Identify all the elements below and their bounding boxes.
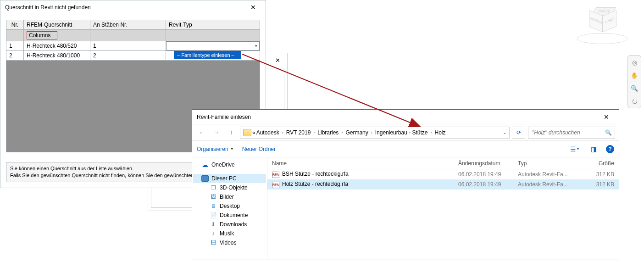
close-button[interactable]: ✕ <box>245 3 261 12</box>
search-input[interactable]: 🔍 <box>528 127 615 139</box>
file-list: Name Änderungsdatum Typ Größe RFABSH Stü… <box>267 157 619 260</box>
search-icon: 🔍 <box>605 129 612 136</box>
col-stab[interactable]: An Stäben Nr. <box>90 20 166 30</box>
tree-documents[interactable]: 📄Dokumente <box>193 211 266 220</box>
chevron-down-icon[interactable]: ⌄ <box>503 130 506 135</box>
close-button[interactable]: ✕ <box>597 111 616 123</box>
picture-icon: 🖼 <box>210 194 217 200</box>
file-row[interactable]: RFABSH Stütze - rechteckig.rfa 06.02.201… <box>267 169 619 179</box>
organize-menu[interactable]: Organisieren ▼ <box>197 146 234 152</box>
view-options-button[interactable]: ☰▾ <box>567 144 581 154</box>
folder-tree[interactable]: ☁ OneDrive Dieser PC ❒3D-Objekte 🖼Bilder… <box>192 157 267 260</box>
steering-wheel-icon[interactable]: ◎ <box>629 57 640 67</box>
new-folder-button[interactable]: Neuer Ordner <box>242 146 276 152</box>
col-rfem[interactable]: RFEM-Querschnitt <box>24 20 90 30</box>
group-label: Columns <box>27 31 57 39</box>
dialog-titlebar: Querschnitt in Revit nicht gefunden ✕ <box>0 0 266 14</box>
folder-icon <box>243 129 251 136</box>
revit-type-select[interactable]: ▾ <box>166 41 260 50</box>
rfa-file-icon: RFA <box>272 172 279 178</box>
tree-pictures[interactable]: 🖼Bilder <box>193 192 266 201</box>
tree-this-pc[interactable]: Dieser PC <box>193 174 266 183</box>
pc-icon <box>201 175 209 182</box>
tree-desktop[interactable]: 🖥Desktop <box>193 201 266 211</box>
col-nr[interactable]: Nr. <box>6 20 24 30</box>
rfa-file-icon: RFA <box>272 182 279 188</box>
file-list-header[interactable]: Name Änderungsdatum Typ Größe <box>267 157 619 169</box>
tree-videos[interactable]: 🎞Videos <box>193 238 266 247</box>
desktop-icon: 🖥 <box>210 203 217 209</box>
tree-onedrive[interactable]: ☁ OneDrive <box>193 160 266 169</box>
up-button[interactable]: ↑ <box>225 127 237 139</box>
orbit-icon[interactable]: ⭮ <box>629 96 640 106</box>
onedrive-icon: ☁ <box>201 162 209 168</box>
tree-3d-objects[interactable]: ❒3D-Objekte <box>193 183 266 192</box>
close-icon[interactable]: ✕ <box>271 56 284 64</box>
table-row[interactable]: 1 H-Rechteck 480/520 1 ▾ <box>6 41 260 51</box>
file-row[interactable]: RFAHolz Stütze - rechteckig.rfa 06.02.20… <box>267 179 619 190</box>
video-icon: 🎞 <box>210 240 217 246</box>
file-open-dialog: Revit-Familie einlesen ✕ ← → ↑ « Autodes… <box>192 109 619 260</box>
tree-music[interactable]: ♪Musik <box>193 229 266 238</box>
document-icon: 📄 <box>210 212 217 218</box>
dropdown-option-load-family[interactable]: – Familientype einlesen – <box>174 51 241 59</box>
tree-downloads[interactable]: ⬇Downloads <box>193 220 266 229</box>
navigation-bar[interactable]: ◎ ✋ 🔍 ⭮ <box>627 55 641 108</box>
zoom-icon[interactable]: 🔍 <box>629 83 640 93</box>
refresh-button[interactable]: ⟳ <box>512 127 525 139</box>
chevron-down-icon: ▾ <box>255 44 257 48</box>
help-icon[interactable]: ? <box>606 145 614 153</box>
cube-icon: ❒ <box>210 184 217 191</box>
chevron-down-icon: ▼ <box>230 147 234 151</box>
col-revit[interactable]: Revit-Typ <box>166 20 260 30</box>
download-icon: ⬇ <box>210 221 217 228</box>
view-cube[interactable]: OBEN HINTEN LINKS <box>575 4 630 45</box>
preview-pane-button[interactable]: ◨ <box>587 144 600 154</box>
back-button[interactable]: ← <box>196 127 208 139</box>
breadcrumb[interactable]: « Autodesk› RVT 2019› Libraries› Germany… <box>240 127 510 139</box>
music-icon: ♪ <box>210 230 217 237</box>
file-dialog-titlebar: Revit-Familie einlesen ✕ <box>192 110 619 124</box>
forward-button[interactable]: → <box>211 127 222 139</box>
pan-icon[interactable]: ✋ <box>629 70 640 80</box>
dialog-title: Querschnitt in Revit nicht gefunden <box>5 4 91 11</box>
group-row: Columns <box>6 30 260 41</box>
viewcube-compass[interactable] <box>577 33 627 44</box>
file-dialog-title: Revit-Familie einlesen <box>197 114 251 120</box>
